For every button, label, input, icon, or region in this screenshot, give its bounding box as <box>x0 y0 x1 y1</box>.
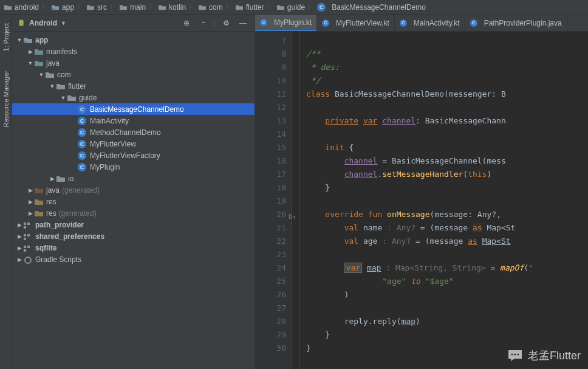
hide-panel-button[interactable]: — <box>236 16 250 30</box>
class-icon: C <box>78 128 86 137</box>
svg-point-0 <box>52 7 54 9</box>
scroll-from-source-button[interactable]: ⊕ <box>180 16 193 30</box>
fold-strip[interactable] <box>292 32 300 369</box>
folder-icon <box>34 198 44 206</box>
chevron-right-icon: 〉 <box>188 2 196 12</box>
tree-item-mainactivity[interactable]: C MainActivity <box>12 115 255 126</box>
side-tab-project[interactable]: 1: Project <box>1 19 11 55</box>
tree-item-io[interactable]: ▶ io <box>12 173 255 184</box>
tree-item-res[interactable]: ▶ res <box>12 196 255 207</box>
breadcrumb-item[interactable]: kotlin <box>158 3 186 12</box>
tree-item-myplugin[interactable]: C MyPlugin <box>12 161 255 173</box>
chevron-down-icon: ▼ <box>60 95 67 101</box>
module-icon <box>23 36 33 44</box>
tree-item-flutter[interactable]: ▼ flutter <box>12 80 255 92</box>
chevron-down-icon: ▼ <box>38 72 45 78</box>
chevron-right-icon: 〉 <box>148 2 156 12</box>
class-icon: C <box>78 151 86 160</box>
tree-item-shared-preferences[interactable]: ▶ shared_preferences <box>12 230 255 242</box>
tree-item-guide[interactable]: ▼ guide <box>12 92 255 103</box>
override-marker-icon[interactable]: O↑ <box>289 210 296 224</box>
breadcrumb-item[interactable]: android <box>4 3 39 12</box>
watermark: 老孟Flutter <box>507 348 581 363</box>
breadcrumb-bar: android 〉 app 〉 src 〉 main 〉 kotlin 〉 co… <box>0 0 588 15</box>
folder-icon <box>34 186 44 195</box>
tree-item-myflutterview[interactable]: C MyFlutterView <box>12 138 255 150</box>
svg-rect-8 <box>24 238 26 240</box>
tree-item-res-generated[interactable]: ▶ res(generated) <box>12 207 255 219</box>
svg-point-14 <box>514 354 516 356</box>
module-icon <box>51 4 60 11</box>
package-icon <box>45 71 55 79</box>
chevron-right-icon: 〉 <box>77 2 84 12</box>
breadcrumb-item[interactable]: CBasicMessageChannelDemo <box>317 3 426 12</box>
module-icon <box>23 244 33 252</box>
breadcrumb-item[interactable]: main <box>119 3 146 12</box>
chevron-down-icon: ▼ <box>61 20 66 26</box>
gradle-icon <box>23 255 33 264</box>
svg-rect-6 <box>24 234 26 236</box>
chevron-right-icon: 〉 <box>41 2 49 12</box>
chevron-right-icon: ▶ <box>16 245 23 251</box>
package-icon <box>56 174 66 183</box>
chevron-down-icon: ▼ <box>16 37 23 43</box>
svg-rect-5 <box>24 226 26 229</box>
breadcrumb-item[interactable]: guide <box>276 3 305 12</box>
module-icon <box>23 232 33 241</box>
folder-icon <box>4 4 12 11</box>
class-icon: C <box>322 19 329 27</box>
chevron-down-icon: ▼ <box>27 60 34 66</box>
watermark-label: 老孟Flutter <box>528 348 581 363</box>
editor-tab[interactable]: C PathProviderPlugin.java <box>465 15 567 31</box>
project-view-selector[interactable]: Android <box>29 19 57 27</box>
tree-item-com[interactable]: ▼ com <box>12 69 255 80</box>
editor-tab[interactable]: C MyFlutterView.kt <box>317 15 395 31</box>
tree-item-gradle-scripts[interactable]: ▶ Gradle Scripts <box>12 253 255 265</box>
line-number-gutter: 7 8 9 10 11 12 13 14 15 16 17 18 19 20O↑… <box>255 32 292 369</box>
editor-tab[interactable]: C MyPlugin.kt <box>255 15 317 31</box>
collapse-all-button[interactable]: ÷ <box>197 16 210 30</box>
chevron-right-icon: ▶ <box>27 199 34 205</box>
package-icon <box>56 82 66 91</box>
breadcrumb-item[interactable]: src <box>86 3 107 12</box>
breadcrumb-item[interactable]: flutter <box>235 3 264 12</box>
project-tree[interactable]: ▼ app ▶ manifests ▼ java ▼ com ▼ <box>12 32 255 369</box>
tree-item-basicmessagechanneldemo[interactable]: C BasicMessageChannelDemo <box>12 103 255 115</box>
package-icon <box>67 94 77 102</box>
chevron-right-icon: ▶ <box>49 176 56 182</box>
side-tab-resource-manager[interactable]: Resource Manager <box>1 67 11 131</box>
svg-rect-9 <box>24 246 26 248</box>
tree-item-methodchanneldemo[interactable]: C MethodChannelDemo <box>12 126 255 138</box>
class-icon: C <box>260 19 267 26</box>
chevron-right-icon: ▶ <box>27 210 34 216</box>
svg-point-2 <box>24 41 27 43</box>
editor-tab-bar: C MyPlugin.kt C MyFlutterView.kt C MainA… <box>255 15 588 32</box>
chevron-right-icon: ▶ <box>16 257 23 263</box>
chevron-down-icon: ▼ <box>49 83 56 89</box>
folder-icon <box>34 47 44 56</box>
package-icon <box>235 4 244 11</box>
class-icon: C <box>78 163 86 171</box>
tree-item-sqflite[interactable]: ▶ sqflite <box>12 242 255 253</box>
svg-rect-11 <box>24 249 26 252</box>
breadcrumb-item[interactable]: com <box>198 3 223 12</box>
folder-icon <box>119 4 128 11</box>
code-lines[interactable]: /** * des: */ class BasicMessageChannelD… <box>300 32 588 369</box>
tree-item-path-provider[interactable]: ▶ path_provider <box>12 219 255 230</box>
chevron-right-icon: 〉 <box>307 2 315 12</box>
editor-tab[interactable]: C MainActivity.kt <box>395 15 465 31</box>
svg-rect-3 <box>24 222 26 225</box>
svg-rect-1 <box>19 22 24 26</box>
code-editor[interactable]: 7 8 9 10 11 12 13 14 15 16 17 18 19 20O↑… <box>255 32 588 369</box>
tree-item-myflutterviewfactory[interactable]: C MyFlutterViewFactory <box>12 150 255 161</box>
chevron-right-icon: 〉 <box>109 2 117 12</box>
tree-item-app[interactable]: ▼ app <box>12 34 255 46</box>
gear-icon[interactable]: ⚙ <box>219 16 233 30</box>
folder-icon <box>34 59 44 67</box>
package-icon <box>276 4 285 11</box>
tree-item-java-generated[interactable]: ▶ java(generated) <box>12 184 255 196</box>
tree-item-manifests[interactable]: ▶ manifests <box>12 46 255 57</box>
tree-item-java[interactable]: ▼ java <box>12 57 255 69</box>
breadcrumb-item[interactable]: app <box>51 3 74 12</box>
svg-point-13 <box>511 354 513 356</box>
